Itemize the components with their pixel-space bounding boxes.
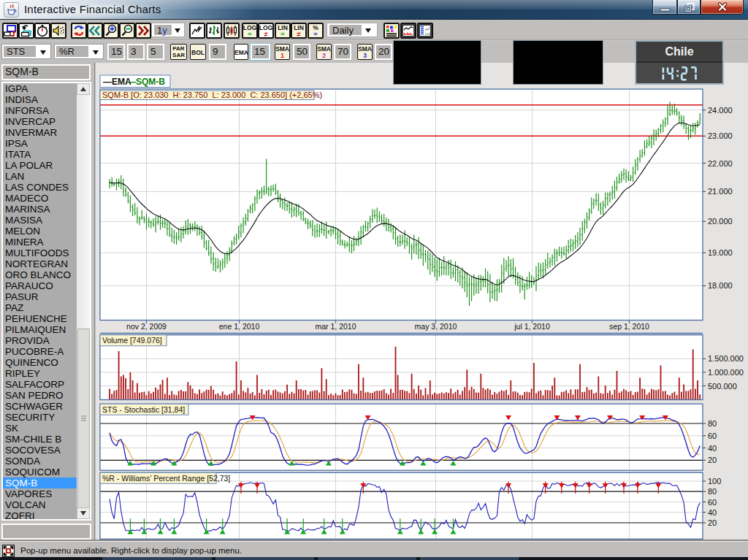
svg-text:40: 40 (708, 444, 717, 453)
svg-text:20: 20 (708, 456, 717, 464)
svg-text:ene 1, 2010: ene 1, 2010 (219, 322, 260, 331)
svg-text:500.000: 500.000 (708, 382, 737, 391)
svg-text:1.000.000: 1.000.000 (708, 368, 744, 377)
svg-text:40: 40 (708, 508, 717, 517)
svg-text:=: = (248, 30, 251, 37)
svg-text:100: 100 (708, 477, 721, 486)
svg-text:23.000: 23.000 (708, 131, 733, 140)
svg-text:%R - Williams’ Percent Range [: %R - Williams’ Percent Range [52,73] (102, 474, 230, 483)
svg-text:—SQM-B: —SQM-B (127, 77, 165, 87)
svg-text:20: 20 (708, 518, 717, 527)
svg-text:21.000: 21.000 (708, 187, 733, 196)
svg-text:≠: ≠ (297, 30, 301, 37)
svg-text:80: 80 (708, 487, 717, 496)
svg-text:1.500.000: 1.500.000 (708, 354, 744, 363)
svg-text:sep 1, 2010: sep 1, 2010 (609, 322, 649, 331)
svg-text:nov 2, 2009: nov 2, 2009 (126, 322, 167, 331)
svg-text:20.000: 20.000 (708, 217, 733, 226)
svg-text:Volume [749.076]: Volume [749.076] (102, 336, 162, 345)
svg-text:SQM-B [O: 23.030 H: 23.750 L: SQM-B [O: 23.030 H: 23.750 L: 23.000 C: … (102, 91, 322, 99)
svg-text:=: = (280, 30, 284, 37)
svg-text:18.000: 18.000 (708, 281, 733, 290)
svg-text:jul 1, 2010: jul 1, 2010 (514, 322, 550, 331)
svg-text:80: 80 (708, 419, 717, 428)
svg-text:may 3, 2010: may 3, 2010 (415, 322, 457, 331)
svg-text:19.000: 19.000 (708, 248, 733, 257)
svg-text:22.000: 22.000 (708, 159, 733, 168)
svg-text:24.000: 24.000 (708, 106, 733, 115)
svg-text:≠: ≠ (264, 30, 268, 37)
svg-text:=: = (313, 30, 317, 37)
svg-text:mar 1, 2010: mar 1, 2010 (315, 322, 356, 331)
svg-text:60: 60 (708, 431, 717, 440)
svg-text:STS - Stochastic [31,84]: STS - Stochastic [31,84] (102, 405, 185, 414)
svg-text:60: 60 (708, 498, 717, 507)
